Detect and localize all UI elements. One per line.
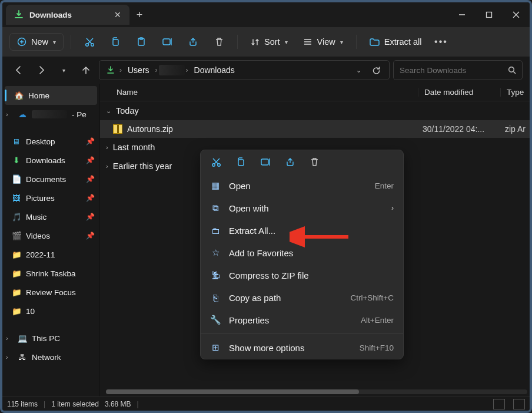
sidebar-item-label: Downloads <box>26 156 65 165</box>
chevron-right-icon: › <box>6 335 13 342</box>
chevron-down-icon[interactable]: ⌄ <box>351 67 366 74</box>
sidebar-pictures[interactable]: 🖼Pictures📌 <box>2 189 99 207</box>
rename-icon[interactable] <box>261 157 272 167</box>
maximize-button[interactable] <box>476 5 503 24</box>
chevron-right-icon: › <box>391 204 394 212</box>
sidebar-folder-1[interactable]: 📁2022-11 <box>2 245 99 264</box>
file-type: zip Ar <box>499 124 530 134</box>
sidebar-documents[interactable]: 📄Documents📌 <box>2 170 99 189</box>
status-size: 3.68 MB <box>105 400 131 408</box>
copy-icon[interactable] <box>104 32 127 52</box>
new-tab-button[interactable]: + <box>129 9 149 21</box>
tab-title: Downloads <box>29 11 105 19</box>
title-bar: Downloads ✕ + <box>2 2 530 27</box>
up-button[interactable] <box>77 61 95 80</box>
ctx-copy-path[interactable]: ⎘Copy as pathCtrl+Shift+C <box>201 286 403 309</box>
properties-icon: 🔧 <box>210 315 221 325</box>
paste-icon[interactable] <box>130 32 152 52</box>
sidebar-folder-3[interactable]: 📁Review Focus <box>2 283 99 302</box>
column-name[interactable]: Name <box>100 88 418 97</box>
column-date[interactable]: Date modified <box>418 88 500 97</box>
sidebar-item-label: This PC <box>32 334 60 343</box>
folder-icon: 📁 <box>12 269 21 278</box>
group-today[interactable]: ⌄Today <box>100 101 530 120</box>
context-quick-actions <box>201 150 403 174</box>
back-button[interactable] <box>9 61 28 80</box>
svg-rect-12 <box>238 160 244 166</box>
thumbnails-view-icon[interactable] <box>513 399 525 409</box>
sidebar-onedrive[interactable]: › ☁ - Pe <box>2 105 99 124</box>
sort-label: Sort <box>264 37 280 47</box>
ctx-more-options[interactable]: ⊞Show more optionsShift+F10 <box>201 336 403 359</box>
minimize-button[interactable] <box>448 5 476 24</box>
recent-button[interactable]: ▾ <box>54 61 73 80</box>
sidebar-item-label: Documents <box>26 175 66 184</box>
chevron-down-icon: ▾ <box>285 39 288 45</box>
close-button[interactable] <box>503 5 530 24</box>
sidebar-thispc[interactable]: ›💻This PC <box>2 329 99 348</box>
sidebar-item-label: 10 <box>26 307 35 316</box>
scrollbar-horizontal[interactable] <box>106 389 527 394</box>
sidebar-network[interactable]: ›🖧Network <box>2 348 99 366</box>
cut-icon[interactable] <box>78 32 101 52</box>
status-bar: 115 items | 1 item selected 3.68 MB | <box>2 397 530 411</box>
svg-rect-8 <box>163 39 170 45</box>
chevron-right-icon: › <box>6 111 13 118</box>
delete-icon[interactable] <box>310 157 322 167</box>
sidebar-item-label: Home <box>28 91 49 100</box>
extract-all-button[interactable]: Extract all <box>364 34 428 50</box>
svg-point-3 <box>85 43 88 46</box>
file-row[interactable]: Autoruns.zip 30/11/2022 04:... zip Ar <box>100 120 530 138</box>
crumb-users[interactable]: Users <box>123 64 154 76</box>
sidebar-downloads[interactable]: ⬇Downloads📌 <box>2 151 99 170</box>
search-icon <box>508 66 516 74</box>
pin-icon: 📌 <box>86 156 95 164</box>
details-view-icon[interactable] <box>493 399 505 409</box>
share-icon[interactable] <box>285 157 297 167</box>
breadcrumb[interactable]: › Users › › Downloads ⌄ <box>99 60 390 80</box>
sidebar-item-label: Videos <box>26 232 50 240</box>
context-menu: ▦OpenEnter ⧉Open with› 🗀Extract All... ☆… <box>200 150 404 359</box>
pc-icon: 💻 <box>18 333 27 343</box>
zip-icon <box>113 124 122 134</box>
cut-icon[interactable] <box>211 157 223 167</box>
search-box[interactable] <box>393 60 523 80</box>
more-button[interactable]: ••• <box>431 37 451 47</box>
copy-icon[interactable] <box>236 157 248 167</box>
ctx-compress[interactable]: 🗜Compress to ZIP file <box>201 264 403 286</box>
new-button[interactable]: New ▾ <box>9 33 64 51</box>
search-input[interactable] <box>400 66 508 75</box>
close-tab-icon[interactable]: ✕ <box>111 10 125 19</box>
ctx-properties[interactable]: 🔧PropertiesAlt+Enter <box>201 309 403 331</box>
ctx-open[interactable]: ▦OpenEnter <box>201 174 403 197</box>
sidebar-folder-2[interactable]: 📁Shrink Taskba <box>2 264 99 283</box>
ctx-open-with[interactable]: ⧉Open with› <box>201 197 403 219</box>
sidebar-folder-4[interactable]: 📁10 <box>2 302 99 321</box>
sort-icon <box>251 38 260 47</box>
sidebar-home[interactable]: 🏠 Home <box>5 86 97 105</box>
sidebar-videos[interactable]: 🎬Videos📌 <box>2 226 99 245</box>
delete-icon[interactable] <box>208 32 230 52</box>
videos-icon: 🎬 <box>12 231 21 240</box>
pin-icon: 📌 <box>86 194 95 202</box>
refresh-icon[interactable] <box>367 66 385 75</box>
crumb-user[interactable] <box>159 65 185 75</box>
zip-icon: 🗜 <box>210 270 221 280</box>
sidebar-desktop[interactable]: 🖥Desktop📌 <box>2 132 99 151</box>
crumb-downloads[interactable]: Downloads <box>189 64 240 76</box>
sidebar-music[interactable]: 🎵Music📌 <box>2 207 99 226</box>
view-icon <box>303 38 312 46</box>
sort-button[interactable]: Sort ▾ <box>245 34 294 50</box>
rename-icon[interactable] <box>156 32 178 52</box>
view-button[interactable]: View ▾ <box>297 34 349 50</box>
tab-downloads[interactable]: Downloads ✕ <box>6 5 129 25</box>
column-type[interactable]: Type <box>500 88 530 97</box>
desktop-icon: 🖥 <box>12 137 21 146</box>
forward-button[interactable] <box>32 61 51 80</box>
extract-icon: 🗀 <box>210 226 221 236</box>
share-icon[interactable] <box>182 32 204 52</box>
annotation-arrow <box>290 225 354 249</box>
file-name: Autoruns.zip <box>127 124 173 134</box>
open-icon: ▦ <box>210 180 221 191</box>
svg-point-9 <box>509 67 514 72</box>
